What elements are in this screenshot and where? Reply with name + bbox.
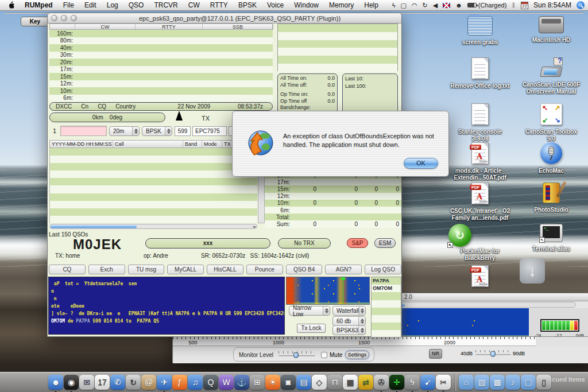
photostudio[interactable]: PhotoStudio	[520, 183, 583, 214]
terminal-alias[interactable]: >_↖Terminal alias	[520, 224, 583, 253]
dock-software-update[interactable]: ↻	[126, 375, 141, 390]
menu-window[interactable]: Window	[289, 1, 324, 9]
pocketmac-blackberry[interactable]: ↻↖PocketMac for BlackBerry	[448, 224, 512, 262]
bluetooth-icon[interactable]: ᛒ	[512, 2, 516, 9]
distance-bearing-button[interactable]: 0km 0deg	[49, 112, 165, 122]
dock-hanger-app[interactable]: ✇	[374, 375, 389, 390]
fn-log-qso-button[interactable]: Log QSO	[365, 265, 401, 274]
heard-call[interactable]: OM7OM	[372, 285, 401, 292]
monitor-slider[interactable]	[278, 355, 315, 356]
download-folder[interactable]: ↓	[520, 258, 583, 284]
log-table-rows[interactable]	[49, 148, 257, 223]
dock-trash[interactable]: ▯	[536, 375, 551, 390]
menu-voice[interactable]: Voice	[262, 1, 289, 9]
mods-dk-article-pdf[interactable]: PDFAAdobemods.dk - Article_ Extendin...5…	[448, 142, 512, 181]
monitor-slider-thumb[interactable]	[293, 352, 299, 358]
filter-select[interactable]: Narrow Low	[289, 306, 330, 316]
waterfall-display[interactable]	[286, 277, 370, 305]
display-mode-select[interactable]: Waterfall	[332, 306, 366, 316]
menu-log[interactable]: Log	[102, 1, 123, 9]
exchange-sent-field[interactable]: EPC7975	[192, 126, 227, 136]
ok-button[interactable]: OK	[404, 158, 438, 169]
fn-mycall-button[interactable]: MyCALL	[167, 265, 204, 274]
apple-menu[interactable]	[3, 1, 20, 9]
dock-pictures-folder[interactable]: ▧	[474, 375, 489, 390]
dock-music-folder[interactable]: ♪	[505, 375, 520, 390]
callsign-input[interactable]	[60, 126, 107, 136]
band-row[interactable]: 12m:	[49, 80, 273, 88]
macintosh-hd[interactable]: Macintosh HD	[520, 16, 583, 44]
menu-qso[interactable]: QSO	[123, 1, 149, 9]
stepper-icon[interactable]	[358, 326, 365, 335]
fn-tu-msg-button[interactable]: TU msg	[128, 265, 165, 274]
dock-ical[interactable]: 17	[95, 375, 110, 390]
fast-user-switch-icon[interactable]: ☻	[455, 2, 462, 9]
band-row[interactable]: 30m:	[49, 52, 273, 59]
settings-button[interactable]: Settings	[345, 351, 369, 359]
rst-sent-field[interactable]: 599	[175, 126, 191, 136]
menu-trcvr[interactable]: TRCVR	[149, 1, 183, 9]
close-button[interactable]	[51, 15, 57, 21]
band-row[interactable]: 20m:	[49, 59, 273, 66]
stepper-icon[interactable]	[165, 127, 172, 135]
range-slider[interactable]	[475, 354, 511, 355]
band-row[interactable]: 17m:	[49, 66, 273, 73]
stepper-icon[interactable]	[358, 317, 365, 325]
dock-windows-app[interactable]: ⊞	[250, 375, 265, 390]
battery-menu-item[interactable]: (Charged)	[467, 2, 507, 9]
canoscan-manual[interactable]: ?CanoScan LiDE 600F On-screen Manual	[520, 57, 583, 95]
log-row[interactable]	[50, 156, 257, 163]
band-row[interactable]: 6m:	[49, 95, 273, 102]
heard-calls-list[interactable]: PA7PAOM7OM	[371, 277, 401, 337]
dock-safari[interactable]: ✈	[157, 375, 172, 390]
xxx-button[interactable]: xxx	[145, 238, 270, 249]
menu-file[interactable]: File	[58, 1, 79, 9]
band-row[interactable]: 40m:	[49, 44, 273, 52]
dock-circuit-app[interactable]: ϟ	[405, 375, 420, 390]
menu-help[interactable]: Help	[359, 1, 384, 9]
airport-wifi-icon[interactable]: ◠	[412, 2, 417, 9]
menu-rumped[interactable]: RUMped	[20, 1, 58, 9]
sync-icon[interactable]: ↻	[423, 2, 428, 9]
remove-office-log[interactable]: Remove Office log.txt	[448, 57, 512, 90]
mode-select[interactable]: BPSK	[142, 126, 172, 136]
volume-icon[interactable]: ◀	[433, 2, 438, 9]
menu-memory[interactable]: Memory	[324, 1, 359, 9]
displays-icon[interactable]: ▢	[401, 2, 407, 9]
fn-qso-b4-button[interactable]: QSO B4	[286, 265, 323, 274]
nr-button[interactable]: NR	[429, 349, 442, 359]
log-row[interactable]	[50, 178, 257, 185]
main-window-titlebar[interactable]: epc_psk63_qso_party@127.0.0.1 (EPC_PSK63…	[48, 13, 401, 24]
fn-pounce-button[interactable]: Pounce	[246, 265, 283, 274]
minimize-button[interactable]	[61, 15, 67, 21]
stepper-icon[interactable]	[132, 127, 139, 135]
input-language-flag-icon[interactable]	[443, 3, 450, 8]
stanley-console[interactable]: Stanley console 3-9-08	[448, 103, 512, 142]
log-row[interactable]	[50, 148, 257, 156]
fn-cq-button[interactable]: CQ	[49, 265, 86, 274]
menu-cw[interactable]: CW	[183, 1, 205, 9]
stepper-icon[interactable]	[323, 306, 330, 315]
fn-hiscall-button[interactable]: HisCALL	[207, 265, 243, 274]
dock-vm-app[interactable]: ⇄	[358, 375, 373, 390]
mute-checkbox[interactable]	[321, 352, 327, 358]
menu-bpsk[interactable]: BPSK	[233, 1, 262, 9]
dock-itunes[interactable]: ♫	[188, 375, 203, 390]
band-row[interactable]: 15m:	[49, 73, 273, 80]
stepper-icon[interactable]	[359, 306, 365, 315]
heard-call[interactable]: PA7PA	[372, 277, 401, 285]
menu-clock[interactable]: Sun 8:54AM	[533, 1, 571, 9]
csc-uk-intranet-pdf[interactable]: PDFAAdobeCSC UK 'Intranet'_ O2 Family an…	[448, 183, 512, 222]
scroll-arrows-icon[interactable]: ◂▸	[253, 224, 256, 229]
fn-agn-button[interactable]: AGN?	[325, 265, 362, 274]
echomac[interactable]: EchoMac	[520, 142, 583, 174]
tx-lock-button[interactable]: Tx Lock	[297, 324, 326, 333]
dock-photos-app[interactable]: ▤	[296, 375, 311, 390]
range-slider-thumb[interactable]	[490, 351, 496, 357]
dock-anchor-app[interactable]: ⚓	[234, 375, 249, 390]
dock-scissors-app[interactable]: ✂	[436, 375, 451, 390]
band-select[interactable]: 20m	[109, 126, 140, 136]
log-hscroll-thumb[interactable]	[51, 225, 137, 228]
log-row[interactable]	[50, 185, 257, 193]
band-row[interactable]: 10m:	[49, 87, 273, 95]
